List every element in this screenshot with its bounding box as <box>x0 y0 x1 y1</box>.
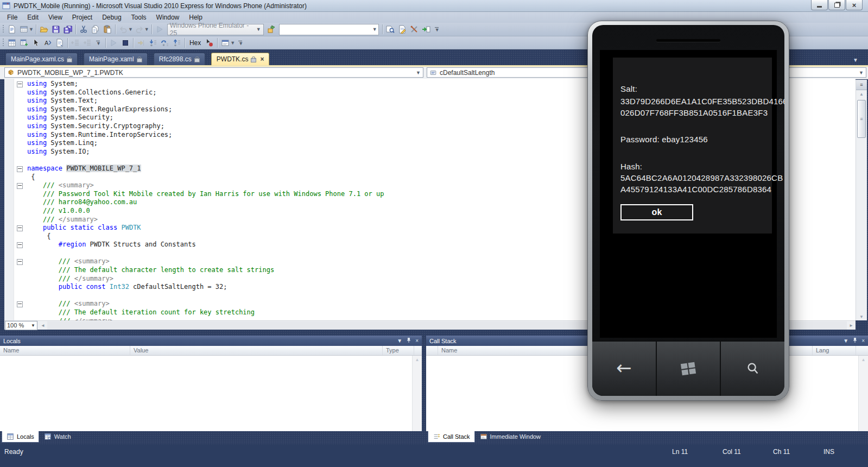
deploy-icon[interactable] <box>265 24 277 35</box>
back-button[interactable]: ← <box>592 342 656 396</box>
tools-icon[interactable] <box>408 24 420 35</box>
tab-mainpage-xaml[interactable]: MainPage.xaml <box>84 53 148 65</box>
phone-button-bar: ← <box>592 341 784 396</box>
navigate-icon[interactable] <box>420 24 432 35</box>
copy-icon[interactable] <box>90 24 102 35</box>
column-header-type[interactable]: Type <box>383 346 414 355</box>
scroll-right-icon[interactable]: ► <box>847 323 856 328</box>
editor-vertical-scrollbar[interactable]: ≡ ▲ ≡ ▼ <box>856 80 867 320</box>
panel-tab-immediate-window[interactable]: Immediate Window <box>476 431 546 442</box>
vscroll-thumb[interactable]: ≡ <box>857 100 866 138</box>
split-handle[interactable]: ≡ <box>856 80 867 90</box>
chevron-down-icon: ▼ <box>256 27 261 32</box>
search-input[interactable] <box>282 25 372 34</box>
menu-item-view[interactable]: View <box>43 12 67 22</box>
close-icon[interactable]: × <box>861 338 865 344</box>
locals-body[interactable] <box>0 356 413 431</box>
paste-icon[interactable] <box>102 24 113 35</box>
scroll-down-icon[interactable]: ▼ <box>856 313 867 320</box>
toolbar-overflow-button[interactable]: ▼ <box>237 41 245 45</box>
save-icon[interactable] <box>50 24 62 35</box>
toolbar-overflow-button[interactable]: ▼ <box>433 27 441 31</box>
restore-button[interactable] <box>828 0 845 10</box>
menu-item-file[interactable]: File <box>2 12 22 22</box>
document-list-chevron-icon[interactable]: ▼ <box>853 57 858 63</box>
window-position-icon[interactable]: ▼ <box>843 338 848 344</box>
fold-toggle-icon[interactable] <box>17 259 23 265</box>
template-icon[interactable] <box>54 37 66 48</box>
stop-icon[interactable] <box>119 37 131 48</box>
fold-toggle-icon[interactable] <box>17 166 23 172</box>
output-icon-chevron[interactable]: ▼ <box>230 40 235 46</box>
ok-button[interactable]: ok <box>620 204 693 220</box>
show-next-icon <box>135 37 147 48</box>
menu-item-debug[interactable]: Debug <box>97 12 126 22</box>
window-title: PWDTK_Mobile (Running) - Microsoft Visua… <box>14 2 307 10</box>
step-over-icon[interactable] <box>159 37 171 48</box>
pin-icon[interactable] <box>852 337 858 344</box>
output-icon[interactable] <box>219 37 231 48</box>
breakpoint-icon[interactable] <box>204 37 216 48</box>
toolbar-overflow-button[interactable]: ▼ <box>94 41 103 45</box>
step-out-icon[interactable] <box>171 37 183 48</box>
phone-speaker <box>656 39 720 42</box>
undo-icon <box>117 24 129 35</box>
properties-icon[interactable] <box>396 24 408 35</box>
column-header-lang[interactable]: Lang <box>813 346 856 355</box>
step-into-icon[interactable] <box>147 37 159 48</box>
close-icon[interactable]: × <box>415 338 419 344</box>
fold-toggle-icon[interactable] <box>17 183 23 189</box>
close-button[interactable]: × <box>846 0 863 10</box>
panel-tab-call-stack[interactable]: Call Stack <box>428 431 475 443</box>
menu-item-project[interactable]: Project <box>67 12 97 22</box>
add-item-icon[interactable] <box>18 24 30 35</box>
menu-item-edit[interactable]: Edit <box>22 12 43 22</box>
start-button[interactable] <box>656 342 720 396</box>
close-icon[interactable]: × <box>260 55 264 63</box>
toolbar-grip-icon <box>2 39 5 47</box>
tab-pwdtk-cs[interactable]: PWDTK.cs× <box>211 53 270 65</box>
rename-icon[interactable]: A <box>42 37 54 48</box>
fold-toggle-icon[interactable] <box>17 242 23 248</box>
table-icon[interactable] <box>6 37 18 48</box>
open-folder-icon[interactable] <box>38 24 50 35</box>
toolbar-separator <box>67 38 68 48</box>
cut-icon[interactable] <box>78 24 90 35</box>
callstack-scrollbar[interactable]: ▲ <box>858 356 868 431</box>
column-header-name[interactable]: Name <box>0 346 130 355</box>
search-button[interactable] <box>720 342 784 396</box>
hex-button[interactable]: Hex <box>187 38 204 48</box>
tab-label: MainPage.xaml <box>89 55 134 63</box>
panel-tab-locals[interactable]: Locals <box>2 431 39 443</box>
menu-item-help[interactable]: Help <box>184 12 207 22</box>
column-header-value[interactable]: Value <box>130 346 383 355</box>
fold-toggle-icon[interactable] <box>17 81 23 87</box>
play-icon <box>107 37 119 48</box>
query-icon[interactable] <box>18 37 30 48</box>
scroll-left-icon[interactable]: ◄ <box>39 323 47 328</box>
locals-tab-group: LocalsWatch <box>2 431 75 443</box>
add-item-icon-chevron[interactable]: ▼ <box>29 27 34 32</box>
fold-toggle-icon[interactable] <box>17 225 23 231</box>
locals-scrollbar[interactable]: ▲ <box>412 356 422 431</box>
window-position-icon[interactable]: ▼ <box>397 338 402 344</box>
pointer-icon[interactable] <box>30 37 42 48</box>
minimize-button[interactable] <box>811 0 828 10</box>
chevron-down-icon[interactable]: ▼ <box>372 27 377 32</box>
tab-mainpage-xaml-cs[interactable]: MainPage.xaml.cs <box>5 53 78 65</box>
fold-toggle-icon[interactable] <box>17 301 23 307</box>
zoom-dropdown[interactable]: 100 % ▼ <box>5 321 37 330</box>
toolbar-search-combo[interactable]: ▼ <box>279 24 379 35</box>
pin-icon[interactable] <box>406 337 411 344</box>
panel-tab-watch[interactable]: Watch <box>40 431 75 442</box>
menu-item-tools[interactable]: Tools <box>126 12 151 22</box>
save-all-icon[interactable] <box>62 24 74 35</box>
locals-icon <box>7 433 14 440</box>
new-item-icon[interactable] <box>6 24 18 35</box>
scroll-up-icon[interactable]: ▲ <box>856 90 867 98</box>
type-dropdown[interactable]: PWDTK_MOBILE_WP_7_1.PWDTK ▼ <box>4 67 423 78</box>
tab-rfc2898-cs[interactable]: Rfc2898.cs <box>154 53 205 65</box>
menu-item-window[interactable]: Window <box>151 12 185 22</box>
find-in-files-icon[interactable] <box>384 24 396 35</box>
unindent-icon <box>69 37 81 48</box>
